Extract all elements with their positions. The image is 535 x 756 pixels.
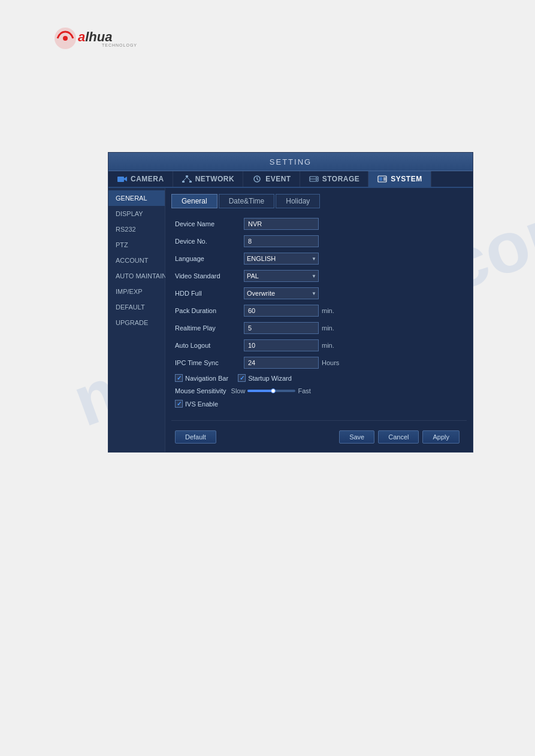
device-no-row: Device No.: [175, 235, 463, 247]
sub-tab-holiday[interactable]: Holiday: [276, 194, 320, 208]
tab-event[interactable]: EVENT: [243, 171, 300, 187]
language-select-wrapper: ENGLISH: [244, 253, 319, 265]
top-nav: CAMERA NETWORK E: [108, 171, 473, 188]
mouse-sensitivity-label: Mouse Sensitivity: [175, 387, 226, 394]
svg-marker-3: [124, 177, 127, 181]
sidebar-item-auto-maintain[interactable]: AUTO MAINTAIN: [108, 268, 165, 284]
language-select[interactable]: ENGLISH: [244, 253, 319, 265]
language-label: Language: [175, 255, 244, 262]
tab-storage[interactable]: STORAGE: [300, 171, 369, 187]
cancel-button[interactable]: Cancel: [378, 430, 419, 444]
device-name-input[interactable]: [244, 218, 319, 230]
slider-thumb: [271, 388, 276, 393]
startup-wizard-label: Startup Wizard: [248, 375, 292, 382]
ivs-enable-row: IVS Enable: [175, 400, 463, 408]
device-name-row: Device Name: [175, 218, 463, 230]
pack-duration-row: Pack Duration min.: [175, 305, 463, 317]
video-standard-row: Video Standard PAL NTSC: [175, 270, 463, 282]
realtime-play-row: Realtime Play min.: [175, 322, 463, 334]
startup-wizard-checkbox[interactable]: [238, 374, 246, 382]
auto-logout-input[interactable]: [244, 339, 319, 351]
sidebar-item-ptz[interactable]: PTZ: [108, 237, 165, 253]
logo-subtitle: TECHNOLOGY: [102, 43, 137, 47]
ipc-time-sync-row: IPC Time Sync Hours: [175, 357, 463, 369]
ipc-time-sync-unit: Hours: [322, 359, 339, 366]
navigation-bar-label: Navigation Bar: [185, 375, 228, 382]
video-standard-select-wrapper: PAL NTSC: [244, 270, 319, 282]
hdd-full-select[interactable]: Overwrite Stop: [244, 287, 319, 299]
tab-network[interactable]: NETWORK: [173, 171, 244, 187]
svg-rect-4: [186, 175, 188, 177]
checkbox-row-1: Navigation Bar Startup Wizard: [175, 374, 463, 382]
svg-rect-17: [379, 177, 382, 181]
save-button[interactable]: Save: [339, 430, 374, 444]
svg-rect-6: [189, 181, 192, 183]
tab-camera-label: CAMERA: [131, 175, 164, 183]
svg-point-15: [316, 180, 317, 181]
language-row: Language ENGLISH: [175, 253, 463, 265]
default-button[interactable]: Default: [175, 430, 216, 444]
slow-label: Slow: [231, 387, 246, 394]
system-icon: [377, 175, 388, 183]
general-form: Device Name Device No. Language ENGLISH: [171, 215, 467, 415]
fast-label: Fast: [298, 387, 310, 394]
apply-button[interactable]: Apply: [422, 430, 460, 444]
pack-duration-input[interactable]: [244, 305, 319, 317]
pack-duration-unit: min.: [322, 307, 334, 314]
ivs-enable-checkbox[interactable]: [175, 400, 183, 408]
event-icon: [252, 175, 262, 183]
ivs-enable-label: IVS Enable: [185, 400, 218, 408]
auto-logout-unit: min.: [322, 342, 334, 349]
sidebar-item-rs232[interactable]: RS232: [108, 221, 165, 237]
sub-tab-general[interactable]: General: [171, 194, 217, 208]
tab-camera[interactable]: CAMERA: [108, 171, 173, 187]
sub-tab-datetime[interactable]: Date&Time: [219, 194, 275, 208]
svg-rect-5: [182, 181, 185, 183]
ipc-time-sync-label: IPC Time Sync: [175, 359, 244, 366]
sidebar-item-display[interactable]: DISPLAY: [108, 206, 165, 221]
tab-system[interactable]: SYSTEM: [368, 171, 431, 187]
auto-logout-row: Auto Logout min.: [175, 339, 463, 351]
navigation-bar-checkbox[interactable]: [175, 374, 183, 382]
hdd-full-select-wrapper: Overwrite Stop: [244, 287, 319, 299]
device-name-label: Device Name: [175, 220, 244, 227]
storage-icon: [309, 175, 319, 183]
hdd-full-row: HDD Full Overwrite Stop: [175, 287, 463, 299]
settings-dialog: SETTING CAMERA NETWORK: [108, 152, 473, 453]
auto-logout-label: Auto Logout: [175, 342, 244, 349]
tab-storage-label: STORAGE: [322, 175, 360, 183]
mouse-sensitivity-slider[interactable]: [247, 390, 295, 392]
ipc-time-sync-input[interactable]: [244, 357, 319, 369]
slider-fill: [247, 390, 274, 392]
tab-network-label: NETWORK: [195, 175, 235, 183]
sidebar-item-imp-exp[interactable]: IMP/EXP: [108, 284, 165, 299]
ivs-enable-checkbox-item: IVS Enable: [175, 400, 218, 408]
main-panel: General Date&Time Holiday Device Name: [165, 188, 473, 452]
device-no-label: Device No.: [175, 238, 244, 245]
logo: alhua TECHNOLOGY: [54, 27, 137, 50]
realtime-play-unit: min.: [322, 324, 334, 332]
svg-line-8: [187, 177, 191, 181]
realtime-play-label: Realtime Play: [175, 324, 244, 332]
svg-point-14: [316, 177, 317, 178]
video-standard-select[interactable]: PAL NTSC: [244, 270, 319, 282]
navigation-bar-checkbox-item: Navigation Bar: [175, 374, 228, 382]
sub-tabs: General Date&Time Holiday: [171, 194, 467, 208]
hdd-full-label: HDD Full: [175, 290, 244, 297]
tab-system-label: SYSTEM: [391, 175, 422, 183]
device-no-input[interactable]: [244, 235, 319, 247]
sidebar-item-account[interactable]: ACCOUNT: [108, 253, 165, 268]
svg-point-1: [63, 36, 68, 41]
network-icon: [182, 175, 192, 183]
camera-icon: [117, 175, 128, 183]
pack-duration-label: Pack Duration: [175, 307, 244, 314]
realtime-play-input[interactable]: [244, 322, 319, 334]
mouse-sensitivity-row: Mouse Sensitivity Slow Fast: [175, 387, 463, 394]
dialog-title: SETTING: [270, 157, 312, 166]
sidebar-item-upgrade[interactable]: UPGRADE: [108, 315, 165, 330]
tab-event-label: EVENT: [265, 175, 291, 183]
startup-wizard-checkbox-item: Startup Wizard: [238, 374, 292, 382]
sidebar: GENERAL DISPLAY RS232 PTZ ACCOUNT AUTO M…: [108, 188, 165, 452]
sidebar-item-general[interactable]: GENERAL: [108, 190, 165, 206]
sidebar-item-default[interactable]: DEFAULT: [108, 299, 165, 315]
